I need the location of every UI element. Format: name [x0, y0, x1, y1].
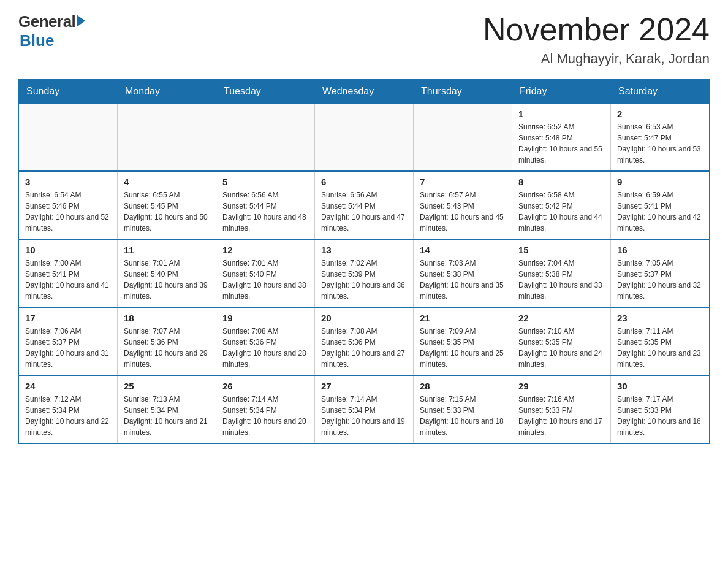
calendar-cell: 19Sunrise: 7:08 AMSunset: 5:36 PMDayligh… — [216, 307, 315, 375]
header-cell-tuesday: Tuesday — [216, 80, 315, 104]
calendar-cell: 5Sunrise: 6:56 AMSunset: 5:44 PMDaylight… — [216, 171, 315, 239]
calendar-cell: 16Sunrise: 7:05 AMSunset: 5:37 PMDayligh… — [611, 239, 710, 307]
calendar-header-row: SundayMondayTuesdayWednesdayThursdayFrid… — [19, 80, 710, 104]
day-info: Sunrise: 7:11 AMSunset: 5:35 PMDaylight:… — [617, 326, 703, 370]
day-info: Sunrise: 7:06 AMSunset: 5:37 PMDaylight:… — [25, 326, 111, 370]
calendar-cell: 15Sunrise: 7:04 AMSunset: 5:38 PMDayligh… — [512, 239, 611, 307]
calendar-cell: 12Sunrise: 7:01 AMSunset: 5:40 PMDayligh… — [216, 239, 315, 307]
title-area: November 2024 Al Mughayyir, Karak, Jorda… — [483, 12, 710, 67]
calendar-cell: 29Sunrise: 7:16 AMSunset: 5:33 PMDayligh… — [512, 375, 611, 443]
day-number: 28 — [420, 381, 506, 391]
header-cell-wednesday: Wednesday — [315, 80, 414, 104]
calendar-cell: 18Sunrise: 7:07 AMSunset: 5:36 PMDayligh… — [118, 307, 216, 375]
day-number: 14 — [420, 245, 506, 255]
calendar-cell: 21Sunrise: 7:09 AMSunset: 5:35 PMDayligh… — [414, 307, 512, 375]
day-number: 6 — [321, 177, 407, 187]
day-info: Sunrise: 7:09 AMSunset: 5:35 PMDaylight:… — [420, 326, 506, 370]
header-cell-saturday: Saturday — [611, 80, 710, 104]
day-number: 27 — [321, 381, 407, 391]
day-info: Sunrise: 7:07 AMSunset: 5:36 PMDaylight:… — [124, 326, 210, 370]
day-number: 30 — [617, 381, 703, 391]
day-number: 15 — [518, 245, 604, 255]
calendar-cell: 25Sunrise: 7:13 AMSunset: 5:34 PMDayligh… — [118, 375, 216, 443]
calendar-cell: 20Sunrise: 7:08 AMSunset: 5:36 PMDayligh… — [315, 307, 414, 375]
calendar-cell: 4Sunrise: 6:55 AMSunset: 5:45 PMDaylight… — [118, 171, 216, 239]
day-info: Sunrise: 6:54 AMSunset: 5:46 PMDaylight:… — [25, 190, 111, 234]
day-number: 17 — [25, 313, 111, 323]
day-number: 24 — [25, 381, 111, 391]
day-info: Sunrise: 6:56 AMSunset: 5:44 PMDaylight:… — [321, 190, 407, 234]
calendar-cell: 24Sunrise: 7:12 AMSunset: 5:34 PMDayligh… — [19, 375, 118, 443]
header-cell-sunday: Sunday — [19, 80, 118, 104]
day-info: Sunrise: 7:14 AMSunset: 5:34 PMDaylight:… — [222, 394, 308, 438]
calendar-cell: 10Sunrise: 7:00 AMSunset: 5:41 PMDayligh… — [19, 239, 118, 307]
calendar-cell: 22Sunrise: 7:10 AMSunset: 5:35 PMDayligh… — [512, 307, 611, 375]
calendar-week-row: 17Sunrise: 7:06 AMSunset: 5:37 PMDayligh… — [19, 307, 710, 375]
calendar-cell: 9Sunrise: 6:59 AMSunset: 5:41 PMDaylight… — [611, 171, 710, 239]
calendar-week-row: 3Sunrise: 6:54 AMSunset: 5:46 PMDaylight… — [19, 171, 710, 239]
calendar-cell: 3Sunrise: 6:54 AMSunset: 5:46 PMDaylight… — [19, 171, 118, 239]
calendar-cell: 2Sunrise: 6:53 AMSunset: 5:47 PMDaylight… — [611, 104, 710, 172]
calendar-cell: 23Sunrise: 7:11 AMSunset: 5:35 PMDayligh… — [611, 307, 710, 375]
day-info: Sunrise: 6:56 AMSunset: 5:44 PMDaylight:… — [222, 190, 308, 234]
day-number: 3 — [25, 177, 111, 187]
calendar-cell: 30Sunrise: 7:17 AMSunset: 5:33 PMDayligh… — [611, 375, 710, 443]
header-cell-thursday: Thursday — [414, 80, 512, 104]
day-number: 20 — [321, 313, 407, 323]
logo-blue-text: Blue — [20, 31, 54, 50]
calendar-cell: 8Sunrise: 6:58 AMSunset: 5:42 PMDaylight… — [512, 171, 611, 239]
header-cell-friday: Friday — [512, 80, 611, 104]
day-number: 13 — [321, 245, 407, 255]
day-number: 8 — [518, 177, 604, 187]
logo-arrow-icon — [77, 15, 85, 27]
day-info: Sunrise: 6:53 AMSunset: 5:47 PMDaylight:… — [617, 121, 703, 166]
calendar-cell: 1Sunrise: 6:52 AMSunset: 5:48 PMDaylight… — [512, 104, 611, 172]
day-number: 10 — [25, 245, 111, 255]
day-info: Sunrise: 6:55 AMSunset: 5:45 PMDaylight:… — [124, 190, 210, 234]
day-info: Sunrise: 7:16 AMSunset: 5:33 PMDaylight:… — [518, 394, 604, 438]
calendar-cell — [118, 104, 216, 172]
calendar-cell: 26Sunrise: 7:14 AMSunset: 5:34 PMDayligh… — [216, 375, 315, 443]
day-info: Sunrise: 7:17 AMSunset: 5:33 PMDaylight:… — [617, 394, 703, 438]
day-info: Sunrise: 7:01 AMSunset: 5:40 PMDaylight:… — [124, 258, 210, 302]
day-number: 29 — [518, 381, 604, 391]
day-number: 9 — [617, 177, 703, 187]
month-title: November 2024 — [483, 12, 710, 47]
day-info: Sunrise: 6:59 AMSunset: 5:41 PMDaylight:… — [617, 190, 703, 234]
day-info: Sunrise: 7:15 AMSunset: 5:33 PMDaylight:… — [420, 394, 506, 438]
day-info: Sunrise: 6:57 AMSunset: 5:43 PMDaylight:… — [420, 190, 506, 234]
day-number: 2 — [617, 109, 703, 119]
day-info: Sunrise: 7:03 AMSunset: 5:38 PMDaylight:… — [420, 258, 506, 302]
calendar-cell: 11Sunrise: 7:01 AMSunset: 5:40 PMDayligh… — [118, 239, 216, 307]
day-info: Sunrise: 7:10 AMSunset: 5:35 PMDaylight:… — [518, 326, 604, 370]
day-number: 19 — [222, 313, 308, 323]
calendar-cell: 28Sunrise: 7:15 AMSunset: 5:33 PMDayligh… — [414, 375, 512, 443]
day-info: Sunrise: 7:13 AMSunset: 5:34 PMDaylight:… — [124, 394, 210, 438]
calendar-cell: 17Sunrise: 7:06 AMSunset: 5:37 PMDayligh… — [19, 307, 118, 375]
day-number: 4 — [124, 177, 210, 187]
day-number: 18 — [124, 313, 210, 323]
day-info: Sunrise: 7:12 AMSunset: 5:34 PMDaylight:… — [25, 394, 111, 438]
location-title: Al Mughayyir, Karak, Jordan — [483, 51, 710, 67]
day-info: Sunrise: 7:01 AMSunset: 5:40 PMDaylight:… — [222, 258, 308, 302]
day-info: Sunrise: 7:02 AMSunset: 5:39 PMDaylight:… — [321, 258, 407, 302]
calendar-week-row: 24Sunrise: 7:12 AMSunset: 5:34 PMDayligh… — [19, 375, 710, 443]
calendar-cell — [19, 104, 118, 172]
calendar-cell: 7Sunrise: 6:57 AMSunset: 5:43 PMDaylight… — [414, 171, 512, 239]
calendar-cell: 6Sunrise: 6:56 AMSunset: 5:44 PMDaylight… — [315, 171, 414, 239]
day-info: Sunrise: 6:58 AMSunset: 5:42 PMDaylight:… — [518, 190, 604, 234]
day-info: Sunrise: 7:08 AMSunset: 5:36 PMDaylight:… — [222, 326, 308, 370]
day-info: Sunrise: 6:52 AMSunset: 5:48 PMDaylight:… — [518, 121, 604, 166]
day-number: 23 — [617, 313, 703, 323]
calendar-week-row: 10Sunrise: 7:00 AMSunset: 5:41 PMDayligh… — [19, 239, 710, 307]
calendar-table: SundayMondayTuesdayWednesdayThursdayFrid… — [18, 79, 710, 444]
day-info: Sunrise: 7:08 AMSunset: 5:36 PMDaylight:… — [321, 326, 407, 370]
day-number: 1 — [518, 109, 604, 119]
header: General Blue November 2024 Al Mughayyir,… — [18, 12, 710, 67]
day-number: 7 — [420, 177, 506, 187]
day-info: Sunrise: 7:04 AMSunset: 5:38 PMDaylight:… — [518, 258, 604, 302]
calendar-cell: 13Sunrise: 7:02 AMSunset: 5:39 PMDayligh… — [315, 239, 414, 307]
day-info: Sunrise: 7:14 AMSunset: 5:34 PMDaylight:… — [321, 394, 407, 438]
day-number: 21 — [420, 313, 506, 323]
logo-general-text: General — [18, 12, 75, 31]
